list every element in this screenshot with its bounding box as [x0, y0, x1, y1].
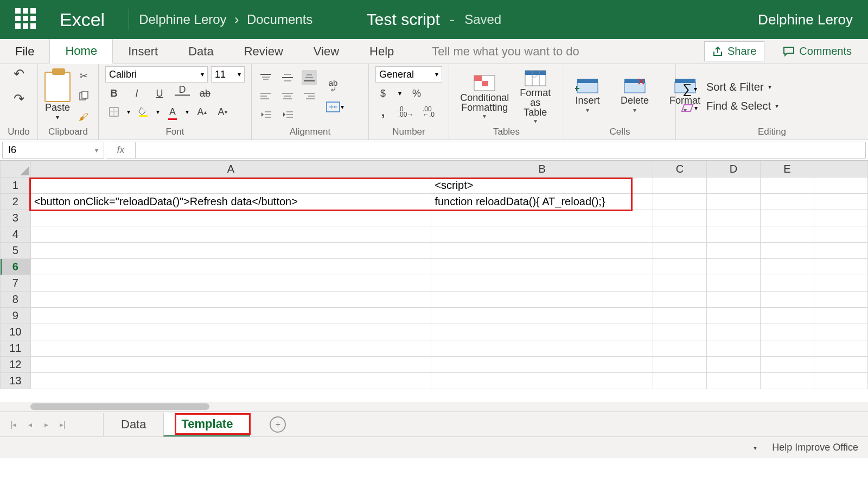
- sheet-nav-first[interactable]: |◂: [5, 420, 22, 429]
- cell-E6[interactable]: [760, 259, 814, 275]
- chevron-down-icon[interactable]: ▾: [186, 108, 189, 116]
- row-header-6[interactable]: 6: [1, 259, 31, 275]
- breadcrumb-folder[interactable]: Documents: [247, 12, 312, 27]
- account-name[interactable]: Delphine Leroy: [758, 11, 853, 28]
- cell-B4[interactable]: [431, 226, 653, 243]
- sheet-tab-data[interactable]: Data: [103, 413, 163, 436]
- cell-overflow-8[interactable]: [814, 292, 867, 308]
- cell-C2[interactable]: [653, 194, 706, 210]
- row-header-5[interactable]: 5: [1, 243, 31, 259]
- cell-C10[interactable]: [653, 324, 706, 340]
- chevron-down-icon[interactable]: ▾: [754, 444, 757, 452]
- bold-button[interactable]: B: [106, 86, 122, 101]
- number-format-select[interactable]: General▾: [375, 66, 442, 83]
- paste-button[interactable]: Paste ▾: [44, 72, 71, 121]
- cell-A8[interactable]: [30, 292, 431, 308]
- row-header-3[interactable]: 3: [1, 210, 31, 226]
- cell-E1[interactable]: [760, 178, 814, 194]
- cell-C8[interactable]: [653, 292, 706, 308]
- fill-color-button[interactable]: [136, 104, 151, 119]
- cell-C13[interactable]: [653, 373, 706, 389]
- shrink-font-button[interactable]: A▾: [215, 104, 230, 119]
- conditional-formatting-button[interactable]: Conditional Formatting▾: [456, 73, 514, 120]
- row-header-10[interactable]: 10: [1, 324, 31, 340]
- percent-button[interactable]: %: [409, 86, 424, 101]
- undo-button[interactable]: ↶: [11, 66, 27, 81]
- comma-button[interactable]: ,: [375, 104, 391, 119]
- cell-B7[interactable]: [431, 275, 653, 292]
- cell-overflow-5[interactable]: [814, 243, 867, 259]
- select-all-corner[interactable]: [1, 161, 31, 178]
- sheet-nav-prev[interactable]: ◂: [22, 420, 38, 429]
- cell-A5[interactable]: [30, 243, 431, 259]
- row-header-2[interactable]: 2: [1, 194, 31, 210]
- chevron-down-icon[interactable]: ▾: [156, 108, 159, 116]
- cell-B2[interactable]: function reloadData(){ AT_reload();}: [431, 194, 653, 210]
- cell-D11[interactable]: [706, 340, 760, 357]
- share-button[interactable]: Share: [704, 41, 764, 61]
- sheet-tab-template[interactable]: Template: [163, 413, 250, 436]
- cell-B3[interactable]: [431, 210, 653, 226]
- row-header-12[interactable]: 12: [1, 357, 31, 373]
- row-header-4[interactable]: 4: [1, 226, 31, 243]
- align-bottom-button[interactable]: [302, 70, 317, 85]
- col-header-extra[interactable]: [814, 161, 867, 178]
- cell-overflow-11[interactable]: [814, 340, 867, 357]
- cell-E7[interactable]: [760, 275, 814, 292]
- grow-font-button[interactable]: A▴: [194, 104, 209, 119]
- wrap-text-button[interactable]: ab⤶: [326, 79, 341, 94]
- cell-overflow-7[interactable]: [814, 275, 867, 292]
- cell-A1[interactable]: [30, 178, 431, 194]
- cell-D13[interactable]: [706, 373, 760, 389]
- cell-C5[interactable]: [653, 243, 706, 259]
- currency-button[interactable]: $: [375, 86, 391, 101]
- cell-A12[interactable]: [30, 357, 431, 373]
- cell-overflow-12[interactable]: [814, 357, 867, 373]
- align-middle-button[interactable]: [280, 70, 295, 85]
- formula-input[interactable]: [136, 142, 866, 159]
- cell-A3[interactable]: [30, 210, 431, 226]
- chevron-down-icon[interactable]: ▾: [341, 103, 344, 111]
- cell-D6[interactable]: [706, 259, 760, 275]
- increase-indent-button[interactable]: [280, 107, 295, 122]
- cell-C1[interactable]: [653, 178, 706, 194]
- tab-home[interactable]: Home: [49, 39, 113, 64]
- copy-button[interactable]: [76, 89, 91, 104]
- cell-A13[interactable]: [30, 373, 431, 389]
- cell-D10[interactable]: [706, 324, 760, 340]
- horizontal-scrollbar[interactable]: [0, 402, 868, 411]
- cell-E2[interactable]: [760, 194, 814, 210]
- delete-cells-button[interactable]: Delete▾: [616, 79, 653, 114]
- underline-button[interactable]: U: [152, 86, 167, 101]
- cell-C7[interactable]: [653, 275, 706, 292]
- cell-C3[interactable]: [653, 210, 706, 226]
- tab-file[interactable]: File: [0, 39, 49, 64]
- breadcrumb[interactable]: Delphine Leroy › Documents: [139, 12, 312, 27]
- document-name[interactable]: Test script: [367, 10, 440, 29]
- cell-E5[interactable]: [760, 243, 814, 259]
- tab-help[interactable]: Help: [354, 39, 409, 64]
- cell-overflow-13[interactable]: [814, 373, 867, 389]
- decrease-decimal-button[interactable]: .00←.0: [421, 104, 436, 119]
- cell-A7[interactable]: [30, 275, 431, 292]
- scrollbar-thumb[interactable]: [30, 403, 209, 410]
- cell-C11[interactable]: [653, 340, 706, 357]
- cell-overflow-6[interactable]: [814, 259, 867, 275]
- app-launcher-icon[interactable]: [15, 8, 38, 31]
- cell-A4[interactable]: [30, 226, 431, 243]
- cell-B10[interactable]: [431, 324, 653, 340]
- chevron-down-icon[interactable]: ▾: [95, 147, 98, 154]
- redo-button[interactable]: ↷: [11, 91, 27, 106]
- cell-C4[interactable]: [653, 226, 706, 243]
- cell-overflow-9[interactable]: [814, 308, 867, 324]
- merge-button[interactable]: [326, 99, 341, 115]
- cell-A11[interactable]: [30, 340, 431, 357]
- cell-overflow-1[interactable]: [814, 178, 867, 194]
- cell-overflow-2[interactable]: [814, 194, 867, 210]
- autosum-button[interactable]: ∑▾: [682, 81, 698, 97]
- col-header-C[interactable]: C: [653, 161, 706, 178]
- cell-E9[interactable]: [760, 308, 814, 324]
- cell-overflow-10[interactable]: [814, 324, 867, 340]
- find-select-button[interactable]: Find & Select ▾: [706, 100, 778, 112]
- tell-me-search[interactable]: Tell me what you want to do: [409, 39, 588, 64]
